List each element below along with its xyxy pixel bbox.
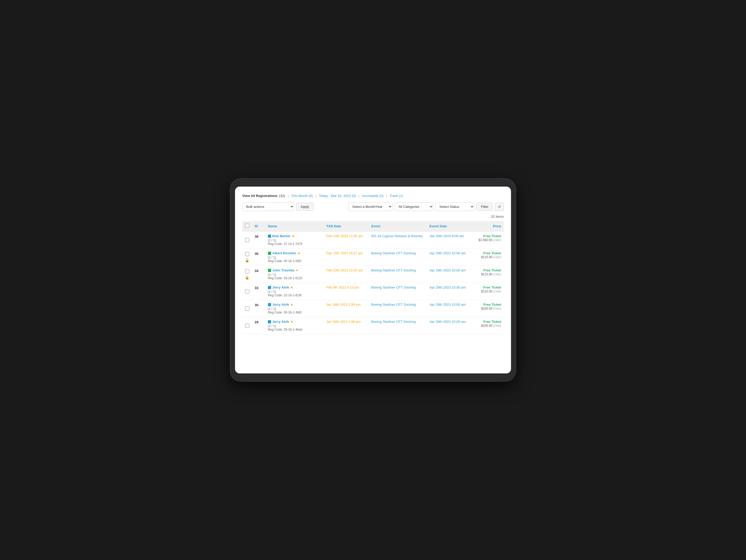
status-color-square (268, 286, 271, 289)
device-frame: View All Registrations (32) | This Month… (230, 179, 516, 381)
row-checkbox[interactable] (245, 252, 249, 256)
price-amount: $115.00 (481, 289, 493, 293)
reg-code: Reg Code: 35-16-1-59f2 (268, 259, 321, 263)
table-row: 30Jerry Atrik★(1 / 1)Reg Code: 30-16-1-3… (242, 300, 504, 317)
row-checkbox[interactable] (245, 269, 249, 273)
sub-info: (1 / 1) (268, 290, 321, 293)
col-header-name: Name (265, 221, 324, 231)
star-icon: ★ (290, 303, 293, 306)
status-select[interactable]: Select Status (435, 202, 475, 211)
event-link[interactable]: Boeing Starliner CFT Docking (371, 268, 416, 272)
event-link[interactable]: NG-18 Cygnus Release & Reentry (371, 234, 423, 238)
price-amount: $115.00 (481, 255, 493, 259)
price-amount: $105.00 (481, 307, 493, 310)
event-date: Apr 29th 2023 10:00 am (427, 300, 469, 317)
table-row: 29Jerry Atrik★(1 / 1)Reg Code: 29-16-1-4… (242, 317, 504, 334)
name-link[interactable]: Jerry Atrik (272, 303, 289, 306)
table-row: 🔒34John Travolta★(1 / 1)Reg Code: 33-16-… (242, 266, 504, 283)
this-month-link[interactable]: This Month (0) (291, 194, 313, 198)
reg-code: Reg Code: 29-16-1-4bde (268, 328, 321, 331)
event-link[interactable]: Boeing Starliner CFT Docking (371, 303, 416, 306)
refresh-button[interactable]: ↺ (495, 203, 504, 211)
free-ticket-label: Free Ticket (472, 251, 501, 255)
lock-icon: 🔒 (245, 275, 249, 279)
status-color-square (268, 303, 271, 306)
row-id: 33 (252, 283, 265, 300)
event-date: Apr 29th 2023 10:00 am (427, 283, 469, 300)
txn-date: Feb 14th 2023 11:00 am (324, 231, 369, 249)
table-header: ID Name TXN Date Event Event Date Price (242, 221, 504, 231)
select-all-checkbox[interactable] (245, 224, 249, 228)
star-icon: ★ (297, 251, 300, 255)
bulk-actions-select[interactable]: Bulk actions (242, 202, 294, 211)
event-date: Apr 29th 2023 10:00 am (427, 249, 469, 266)
row-id: 30 (252, 300, 265, 317)
incomplete-link[interactable]: Incomplete (0) (362, 194, 383, 198)
row-checkbox[interactable] (245, 238, 249, 242)
col-header-checkbox (242, 221, 252, 231)
free-ticket-label: Free Ticket (472, 285, 501, 289)
event-date: Apr 29th 2023 10:00 am (427, 317, 469, 334)
txn-date: Feb 10th 2023 10:27 am (324, 249, 369, 266)
sub-info: (1 / 1) (268, 307, 321, 311)
header-nav: View All Registrations (32) | This Month… (242, 194, 504, 198)
reg-code: Reg Code: 33-16-1-0120 (268, 276, 321, 280)
txn-date: Feb 9th 2023 4:23 pm (324, 283, 369, 300)
table-row: 🔒36Albert Einstein★(1 / 1)Reg Code: 35-1… (242, 249, 504, 266)
event-link[interactable]: Boeing Starliner CFT Docking (371, 251, 416, 255)
view-all-count: (32) (279, 194, 285, 198)
reg-code: Reg Code: 37-14-1-7475 (268, 242, 321, 246)
name-link[interactable]: Jerry Atrik (272, 320, 289, 324)
filter-button[interactable]: Filter (477, 203, 493, 211)
price-currency: (CAD) (493, 324, 501, 327)
device-screen: View All Registrations (32) | This Month… (235, 187, 511, 373)
sub-info: (1 / 1) (268, 273, 321, 276)
row-id: 36 (252, 249, 265, 266)
trash-link[interactable]: Trash (1) (390, 194, 403, 198)
lock-icon: 🔒 (245, 258, 249, 262)
status-color-square (268, 252, 271, 255)
row-id: 38 (252, 231, 265, 249)
today-link[interactable]: Today - Mar 16, 2023 (0) (319, 194, 356, 198)
event-link[interactable]: Boeing Starliner CFT Docking (371, 285, 416, 289)
star-icon: ★ (295, 268, 298, 272)
col-header-id: ID (252, 221, 265, 231)
apply-button[interactable]: Apply (296, 203, 314, 211)
month-year-select[interactable]: Select a Month/Year (348, 202, 393, 211)
categories-select[interactable]: All Categories (395, 202, 433, 211)
status-color-square (268, 320, 271, 323)
star-icon: ★ (290, 320, 293, 324)
reg-code: Reg Code: 30-16-1-3b6f (268, 311, 321, 314)
name-link[interactable]: John Travolta (272, 268, 294, 272)
txn-date: Jan 18th 2023 1:56 pm (324, 317, 369, 334)
event-date: Jan 30th 2024 8:00 am (427, 231, 469, 249)
row-checkbox[interactable] (245, 289, 249, 293)
col-header-event: Event (369, 221, 427, 231)
free-ticket-label: Free Ticket (472, 234, 501, 238)
name-link[interactable]: Albert Einstein (272, 251, 296, 255)
table-row: 38Bob Barker★(1 / 1)Reg Code: 37-14-1-74… (242, 231, 504, 249)
row-checkbox[interactable] (245, 306, 249, 311)
view-all-label: View All Registrations (242, 194, 278, 198)
price-currency: (CAD) (493, 239, 501, 242)
col-header-txn: TXN Date (324, 221, 369, 231)
status-color-square (268, 234, 271, 238)
name-link[interactable]: Jerry Atrik (272, 285, 289, 289)
row-id: 34 (252, 266, 265, 283)
reg-code: Reg Code: 32-16-1-81f9 (268, 293, 321, 297)
price-amount: $1,500.00 (479, 238, 493, 242)
txn-date: Jan 18th 2023 1:59 pm (324, 300, 369, 317)
registrations-table: ID Name TXN Date Event Event Date Price … (242, 221, 504, 334)
price-amount: $115.00 (481, 273, 493, 276)
event-link[interactable]: Boeing Starliner CFT Docking (371, 320, 416, 324)
star-icon: ★ (292, 234, 295, 238)
txn-date: Feb 10th 2023 10:20 am (324, 266, 369, 283)
name-link[interactable]: Bob Barker (272, 234, 290, 238)
price-currency: (CAD) (493, 307, 501, 310)
table-body: 38Bob Barker★(1 / 1)Reg Code: 37-14-1-74… (242, 231, 504, 334)
items-count: 32 items (242, 215, 504, 219)
row-checkbox[interactable] (245, 324, 249, 328)
toolbar: Bulk actions Apply Select a Month/Year A… (242, 202, 504, 211)
content-area: View All Registrations (32) | This Month… (235, 187, 511, 341)
event-date: Apr 29th 2023 10:00 am (427, 266, 469, 283)
